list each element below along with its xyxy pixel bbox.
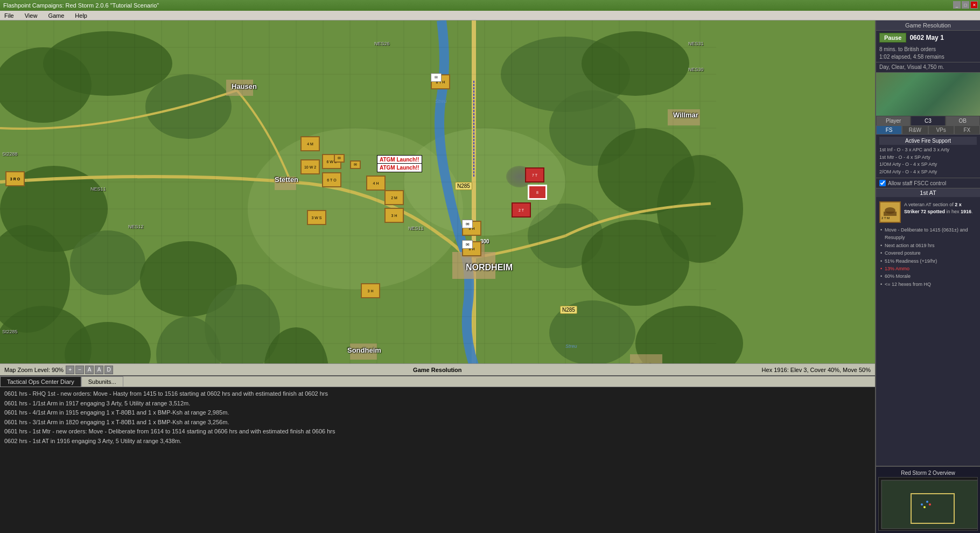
sub-tab-vps[interactable]: VPs: [928, 125, 954, 135]
unit-token-4[interactable]: 6 T O: [322, 172, 341, 187]
game-resolution-header: Game Resolution: [876, 20, 980, 31]
unit-token-6[interactable]: 3 W S: [307, 210, 326, 225]
grid-st2285: St2285: [2, 329, 18, 334]
fire-line-2: 1st Mtr - O - 4 x SP Arty: [879, 154, 977, 162]
zoom-i-button[interactable]: A: [95, 366, 103, 374]
tab-subunits[interactable]: Subunits...: [81, 376, 123, 387]
unit-token-9[interactable]: 3 H: [384, 208, 404, 223]
unit-token-1[interactable]: 3 R O: [5, 171, 25, 186]
menu-view[interactable]: View: [23, 12, 40, 19]
map-preview: [876, 73, 980, 116]
diary-entry-4: 0601 hrs - 3/1st Arm in 1820 engaging 1 …: [4, 418, 871, 427]
road-n285-1: N285: [455, 182, 472, 190]
river-label-streu: Streu: [565, 343, 577, 349]
detail-posture: Covered posture: [880, 249, 977, 257]
unit-icon: 2 T M: [879, 201, 901, 223]
fire-support-section: Active Fire Support 1st Inf - O - 3 x AP…: [876, 135, 980, 178]
orders-info: 8 mins. to British orders 1:02 elapsed, …: [876, 45, 980, 62]
place-stetten: Stetten: [275, 176, 298, 184]
detail-ammo: 13% Ammo: [880, 265, 977, 272]
unit-token-8[interactable]: 2 M: [384, 190, 404, 205]
zoom-d-button[interactable]: D: [104, 366, 113, 374]
unit-token-13[interactable]: 3 H: [361, 283, 380, 298]
maximize-button[interactable]: □: [962, 1, 969, 9]
sub-tab-fx[interactable]: FX: [954, 125, 980, 135]
menu-bar: File View Game Help: [0, 11, 980, 20]
zoom-in-button[interactable]: +: [66, 366, 74, 374]
status-mid: Game Resolution: [113, 367, 762, 373]
unit-token-5[interactable]: 10 W 2: [300, 159, 320, 174]
fscc-checkbox[interactable]: [879, 180, 886, 186]
zoom-label: Map Zoom Level: 90%: [4, 367, 64, 373]
unit-token-red-1[interactable]: 7 T: [525, 167, 544, 183]
map-preview-image: [876, 73, 980, 116]
rs-overview: Red Storm 2 Overview: [876, 466, 980, 533]
svg-text:2 T M: 2 T M: [881, 216, 890, 220]
tab-ob[interactable]: OB: [946, 116, 980, 125]
msg-icon-2: ✉: [350, 160, 361, 169]
msg-icon-5: ✉: [462, 240, 473, 249]
fire-line-3: 1/OM Arty - O - 4 x SP Arty: [879, 161, 977, 169]
place-hausen: Hausen: [232, 82, 257, 90]
diary-entry-6: 0602 hrs - 1st AT in 1916 engaging 3 Art…: [4, 437, 871, 446]
sub-tab-rw[interactable]: R&W: [902, 125, 928, 135]
fire-line-1: 1st Inf - O - 3 x APC and 3 x Arty: [879, 146, 977, 154]
msg-icon-3: ✉: [431, 73, 442, 82]
zoom-a-button[interactable]: A: [85, 366, 94, 374]
unit-token-red-2[interactable]: 2 T: [512, 202, 531, 218]
sub-tab-fs[interactable]: FS: [876, 125, 902, 135]
unit-token-red-selected[interactable]: 8: [528, 185, 547, 200]
right-panel: Game Resolution Pause 0602 May 1 8 mins.…: [875, 20, 980, 533]
unit-token-7[interactable]: 4 H: [366, 176, 386, 191]
window-controls: _ □ ✕: [953, 1, 978, 9]
place-sondheim: Sondheim: [347, 346, 381, 354]
map-area[interactable]: Hausen Stetten NORDHEIM Sondheim Ostheim…: [0, 20, 875, 363]
menu-game[interactable]: Game: [46, 12, 66, 19]
minimize-button[interactable]: _: [953, 1, 961, 9]
grid-nes31: NES31: [688, 41, 704, 46]
road-n285-2: N285: [560, 306, 577, 314]
detail-move: Move - Deliberate to 1415 (0631±) and Re…: [880, 226, 977, 242]
unit-token-2[interactable]: 4 M: [300, 136, 320, 151]
fire-support-header: Active Fire Support: [879, 137, 977, 145]
tab-diary[interactable]: Tactical Ops Center Diary: [0, 376, 81, 387]
app-title: Flashpoint Campaigns: Red Storm 2.0.6 "T…: [3, 2, 159, 9]
diary-entry-5: 0601 hrs - 1st Mtr - new orders: Move - …: [4, 427, 871, 437]
place-nordheim: NORDHEIM: [466, 263, 513, 272]
unit-card: 2 T M A veteran AT section of 2 x Strike…: [879, 201, 977, 223]
fscc-checkbox-row: Allow staff FSCC control: [876, 178, 980, 188]
hex-300: 300: [480, 239, 489, 244]
tab-player[interactable]: Player: [876, 116, 911, 125]
svg-rect-73: [884, 212, 897, 216]
diary-area[interactable]: 0601 hrs - RHQ 1st - new orders: Move - …: [0, 387, 875, 533]
svg-point-79: [923, 506, 926, 508]
grid-nes12: NES12: [128, 224, 144, 229]
map-terrain: [0, 20, 875, 363]
menu-help[interactable]: Help: [73, 12, 89, 19]
bottom-area: Tactical Ops Center Diary Subunits... 06…: [0, 375, 875, 533]
zoom-out-button[interactable]: −: [75, 366, 84, 374]
zoom-controls: + − A A D: [66, 366, 113, 374]
pause-bar: Pause 0602 May 1: [876, 31, 980, 45]
bottom-tabs: Tactical Ops Center Diary Subunits...: [0, 376, 875, 387]
fire-line-4: 2/OM Arty - O - 4 x SP Arty: [879, 169, 977, 176]
place-willmar: Willmar: [673, 111, 698, 119]
time-display: 0602 May 1: [909, 34, 943, 41]
diary-entry-3: 0601 hrs - 4/1st Arm in 1915 engaging 1 …: [4, 408, 871, 418]
svg-point-78: [926, 501, 928, 503]
grid-nes11-1: NES11: [90, 186, 106, 192]
unit-detail-section: 2 T M A veteran AT section of 2 x Strike…: [876, 199, 980, 466]
title-bar: Flashpoint Campaigns: Red Storm 2.0.6 "T…: [0, 0, 980, 11]
svg-point-80: [929, 503, 931, 506]
rs-overview-header: Red Storm 2 Overview: [878, 469, 978, 477]
msg-icon-4: ✉: [462, 220, 473, 228]
pause-button[interactable]: Pause: [879, 33, 906, 43]
grid-nes30: NES30: [688, 67, 704, 72]
close-button[interactable]: ✕: [970, 1, 978, 9]
detail-morale: 60% Morale: [880, 272, 977, 280]
menu-file[interactable]: File: [2, 12, 16, 19]
main-tab-bar: Player C3 OB: [876, 116, 980, 125]
tab-c3[interactable]: C3: [911, 116, 945, 125]
rs-overview-map[interactable]: [878, 477, 978, 531]
detail-next-action: Next action at 0619 hrs: [880, 242, 977, 249]
